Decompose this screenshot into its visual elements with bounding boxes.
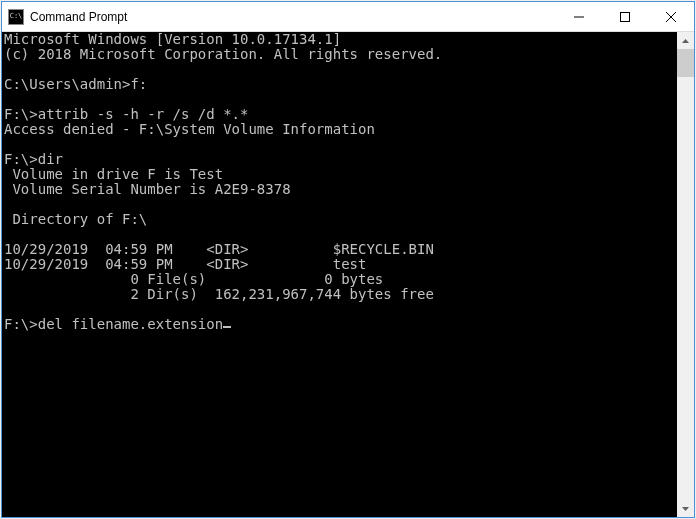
console-line	[4, 62, 675, 77]
console-line: F:\>del filename.extension	[4, 317, 675, 332]
close-button[interactable]	[648, 2, 694, 32]
console-line	[4, 302, 675, 317]
svg-marker-5	[682, 507, 689, 511]
console-line: Microsoft Windows [Version 10.0.17134.1]	[4, 32, 675, 47]
console-line: Volume Serial Number is A2E9-8378	[4, 182, 675, 197]
console-line: Directory of F:\	[4, 212, 675, 227]
console-line	[4, 92, 675, 107]
titlebar[interactable]: Command Prompt	[2, 2, 694, 32]
close-icon	[666, 12, 676, 22]
minimize-icon	[574, 12, 584, 22]
console-line: F:\>attrib -s -h -r /s /d *.*	[4, 107, 675, 122]
console-line	[4, 227, 675, 242]
console-line: 10/29/2019 04:59 PM <DIR> test	[4, 257, 675, 272]
maximize-button[interactable]	[602, 2, 648, 32]
console-line: F:\>dir	[4, 152, 675, 167]
console-line: 10/29/2019 04:59 PM <DIR> $RECYCLE.BIN	[4, 242, 675, 257]
console-line: (c) 2018 Microsoft Corporation. All righ…	[4, 47, 675, 62]
app-icon	[8, 9, 24, 25]
scrollbar-thumb[interactable]	[677, 49, 694, 77]
svg-rect-1	[621, 13, 630, 22]
console-line: Volume in drive F is Test	[4, 167, 675, 182]
scrollbar	[677, 32, 694, 517]
console-line: C:\Users\admin>f:	[4, 77, 675, 92]
window-title: Command Prompt	[30, 10, 556, 24]
scroll-down-button[interactable]	[677, 500, 694, 517]
console-line	[4, 137, 675, 152]
cursor	[223, 326, 231, 328]
chevron-down-icon	[682, 507, 689, 511]
console-line: Access denied - F:\System Volume Informa…	[4, 122, 675, 137]
minimize-button[interactable]	[556, 2, 602, 32]
scroll-up-button[interactable]	[677, 32, 694, 49]
window-controls	[556, 2, 694, 31]
console-line	[4, 197, 675, 212]
console-output[interactable]: Microsoft Windows [Version 10.0.17134.1]…	[2, 32, 677, 517]
console-line: 2 Dir(s) 162,231,967,744 bytes free	[4, 287, 675, 302]
maximize-icon	[620, 12, 630, 22]
console-area: Microsoft Windows [Version 10.0.17134.1]…	[2, 32, 694, 517]
command-prompt-window: Command Prompt Microsoft Windows [Versio…	[1, 1, 695, 518]
svg-marker-4	[682, 39, 689, 43]
console-line: 0 File(s) 0 bytes	[4, 272, 675, 287]
scrollbar-track[interactable]	[677, 49, 694, 500]
chevron-up-icon	[682, 39, 689, 43]
